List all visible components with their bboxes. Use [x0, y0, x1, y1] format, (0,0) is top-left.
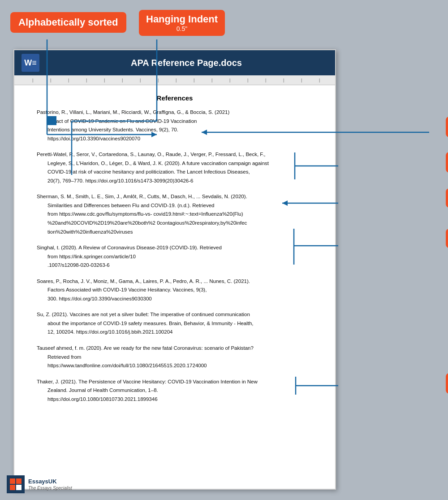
double-spaced-text: Double spaced	[446, 152, 448, 173]
alphabetically-sorted-label: Alphabetically sorted	[10, 12, 126, 33]
reference-entry-5: Soares, P., Rocha, J. V., Moniz, M., Gam…	[37, 277, 313, 304]
book-citation-text: Book citation	[446, 373, 448, 394]
logo-area: EssaysUK The Essays Specialist	[7, 475, 72, 493]
word-icon: W≡	[22, 54, 39, 72]
webpage-citation-text: Webpage citation	[446, 188, 448, 208]
references-heading: References	[37, 94, 313, 102]
page-content: References Pastorino, R., Villani, L., M…	[14, 85, 335, 489]
reference-entry-7: Tauseef ahmed, f. m. (2020). Are we read…	[37, 344, 313, 370]
blue-square-marker	[47, 116, 56, 125]
word-ruler: | | | | | | | | | | | | | | | | |	[14, 75, 335, 85]
svg-rect-20	[16, 485, 22, 490]
svg-rect-17	[10, 478, 15, 484]
logo-tagline: The Essays Specialist	[28, 486, 72, 491]
hanging-indent-label: Hanging Indent 0.5"	[139, 10, 225, 36]
svg-rect-18	[16, 478, 22, 484]
word-titlebar: W≡ APA Reference Page.docs	[14, 50, 335, 75]
section-label-text: Section label	[446, 117, 448, 137]
reference-entry-3: Sherman, S. M., Smith, L. E., Sim, J., A…	[37, 192, 313, 236]
word-document-window: W≡ APA Reference Page.docs | | | | | | |…	[13, 49, 336, 490]
reference-entry-4: Singhal, t. (2020). A Review of Coronavi…	[37, 243, 313, 270]
svg-rect-19	[10, 485, 15, 490]
reference-entry-2: Peretti-Watel, P., Seror, V., Cortaredon…	[37, 150, 313, 185]
hanging-indent-title: Hanging Indent	[146, 13, 218, 25]
journal-citation-text: Journal citation	[446, 229, 448, 248]
reference-entry-1: Pastorino, R., Villani, L., Mariani, M.,…	[37, 108, 313, 143]
logo-icon	[7, 475, 25, 493]
logo-name: EssaysUK	[28, 478, 72, 486]
word-title: APA Reference Page.docs	[45, 58, 328, 68]
hanging-indent-sub: 0.5"	[146, 25, 218, 32]
reference-entry-8: Thaker, J. (2021). The Persistence of Va…	[37, 378, 313, 404]
reference-entry-6: Su, Z. (2021). Vaccines are not yet a si…	[37, 310, 313, 337]
